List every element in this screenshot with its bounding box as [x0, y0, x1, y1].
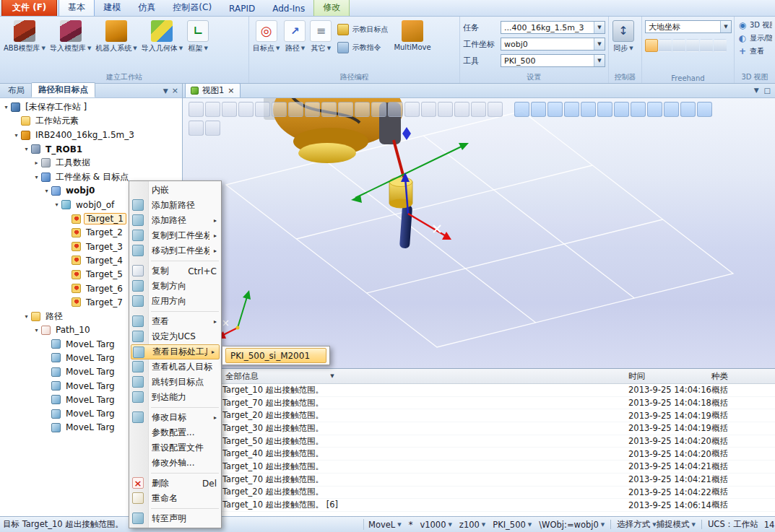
tree-expander-icon[interactable]: ▾: [33, 327, 40, 333]
menu-item-view-robot-at-target[interactable]: 查看机器人目标: [129, 359, 221, 375]
coordinate-system-combobox[interactable]: 大地坐标 ▼: [645, 20, 732, 33]
menu-item-modify-external-axis[interactable]: 修改外轴...: [129, 455, 221, 471]
log-row[interactable]: Target_50 超出接触范围。2013-9-25 14:04:20概括: [183, 435, 775, 448]
log-filter-combobox[interactable]: 全部信息 ▼: [223, 370, 337, 383]
teach-instruction-button[interactable]: 示教指令: [336, 41, 389, 54]
submenu-item-tool-pki-500[interactable]: PKI_500_si_M2001: [225, 348, 326, 363]
selection-mode-dropdown[interactable]: 选择方式 ▼: [617, 519, 656, 530]
wireframe-view-icon[interactable]: [189, 121, 204, 136]
select-path-icon[interactable]: [321, 102, 337, 117]
abb-library-button[interactable]: ABB模型库▼: [1, 17, 48, 54]
snap-local-origin-icon[interactable]: [438, 102, 453, 117]
ribbon-tab-7[interactable]: 修改: [313, 0, 350, 16]
menu-item-reachability[interactable]: 到达能力: [129, 390, 221, 405]
import-geometry-button[interactable]: 导入几何体▼: [139, 17, 185, 54]
tree-item-station-elements[interactable]: 工作站元素: [0, 114, 182, 128]
zoom-out-icon[interactable]: [597, 102, 612, 117]
ribbon-tab-3[interactable]: 仿真: [129, 0, 164, 16]
sync-button[interactable]: 同步▼: [610, 17, 636, 54]
task-combobox[interactable]: ...400_16kg_1.5m_3▼: [501, 21, 605, 34]
hand-jog-tool-icon[interactable]: [714, 39, 727, 52]
menu-item-add-new-path[interactable]: 添加新路径: [129, 198, 221, 213]
measure-angle-icon[interactable]: [488, 102, 503, 117]
pan-view-icon[interactable]: [680, 102, 696, 117]
ribbon-tab-6[interactable]: Add-Ins: [264, 1, 313, 16]
selection-level-icon[interactable]: [514, 102, 529, 117]
menu-item-copy[interactable]: 复制Ctrl+C: [129, 263, 221, 279]
tree-expander-icon[interactable]: ▾: [53, 201, 61, 208]
select-target-icon[interactable]: [305, 102, 320, 117]
instruction-segment-5[interactable]: \WObj:=wobj0▼: [539, 520, 605, 530]
view3d-button[interactable]: 3D 视图: [737, 20, 772, 30]
view-close-icon[interactable]: ×: [228, 86, 234, 95]
freehand-move-icon[interactable]: [531, 102, 546, 117]
menu-item-copy-orientation[interactable]: 复制方向: [129, 279, 221, 294]
frame-button[interactable]: 框架▼: [185, 17, 211, 54]
maximize-view-icon[interactable]: □: [764, 87, 771, 95]
target-button[interactable]: 目标点▼: [251, 17, 282, 54]
column-header-category[interactable]: 种类: [711, 371, 728, 382]
tree-item-station[interactable]: ▾[未保存工作站 ]: [0, 100, 182, 114]
select-group-icon[interactable]: [288, 102, 303, 117]
ribbon-tab-4[interactable]: 控制器(C): [164, 0, 220, 16]
menu-item-view[interactable]: 查看▸: [129, 314, 221, 329]
robot-system-button[interactable]: 机器人系统▼: [93, 17, 139, 54]
view-center-icon[interactable]: [564, 102, 579, 117]
import-library-button[interactable]: 导入模型库▼: [48, 17, 93, 54]
menu-item-configurations[interactable]: 参数配置...: [129, 425, 221, 440]
snap-edge-icon[interactable]: [404, 102, 420, 117]
tree-expander-icon[interactable]: ▾: [22, 146, 30, 152]
path-button[interactable]: 路径▼: [282, 17, 308, 54]
menu-item-embed[interactable]: 内嵌: [129, 183, 221, 198]
snap-center-icon[interactable]: [355, 102, 370, 117]
snap-mode-dropdown[interactable]: 捕捉模式 ▼: [657, 519, 696, 530]
import-geometry-icon[interactable]: [189, 102, 204, 117]
workobject-combobox[interactable]: wobj0▼: [501, 38, 605, 51]
log-row[interactable]: Target_10 超出接触范围。 [6]2013-9-25 14:06:14概…: [183, 499, 775, 512]
jog-joint-tool-icon[interactable]: [672, 39, 685, 52]
view-list-icon[interactable]: ▼: [754, 87, 759, 95]
tab-layout[interactable]: 布局: [1, 84, 31, 97]
tree-expander-icon[interactable]: ▸: [33, 160, 40, 166]
menu-item-reset-configuration[interactable]: 重设配置文件: [129, 440, 221, 455]
log-row[interactable]: Target_20 超出接触范围。2013-9-25 14:04:22概括: [183, 487, 775, 500]
ribbon-tab-2[interactable]: 建模: [95, 0, 129, 16]
tree-expander-icon[interactable]: ▾: [12, 132, 20, 139]
tree-item-tooldata[interactable]: ▸工具数据: [0, 156, 182, 170]
reorient-tool-icon[interactable]: [700, 39, 713, 52]
instruction-segment-0[interactable]: MoveL▼: [368, 520, 402, 530]
tool-combobox[interactable]: PKI_500▼: [501, 54, 605, 67]
panel-close-icon[interactable]: ×: [172, 86, 178, 95]
ribbon-tab-5[interactable]: RAPID: [220, 1, 264, 16]
select-surface-icon[interactable]: [238, 102, 254, 117]
multimove-button[interactable]: MultiMove: [391, 17, 433, 52]
menu-item-rename[interactable]: 重命名: [129, 491, 221, 506]
select-body-icon[interactable]: [255, 102, 270, 117]
look-at-button[interactable]: 查看: [737, 46, 772, 56]
view-front-icon[interactable]: [631, 102, 646, 117]
tree-expander-icon[interactable]: ▾: [43, 188, 51, 194]
view-top-icon[interactable]: [647, 102, 662, 117]
log-row[interactable]: Target_70 超出接触范围。2013-9-25 14:04:18概括: [183, 397, 775, 410]
panel-menu-icon[interactable]: ▼: [163, 87, 168, 95]
snap-grid-icon[interactable]: [454, 102, 469, 117]
view-tab[interactable]: 视图1 ×: [185, 83, 241, 97]
log-row[interactable]: Target_40 超出接触范围。2013-9-25 14:04:20概括: [183, 448, 775, 461]
menu-item-add-to-path[interactable]: 添加路径▸: [129, 213, 221, 228]
menu-item-move-to-workobject[interactable]: 移动到工件坐标▸: [129, 243, 221, 258]
menu-item-set-as-ucs[interactable]: 设定为UCS: [129, 329, 221, 344]
menu-item-view-tool-at-target[interactable]: 查看目标处工具▸: [131, 344, 220, 359]
log-row[interactable]: Target_20 超出接触范围。2013-9-25 14:04:19概括: [183, 409, 775, 422]
view-all-icon[interactable]: [614, 102, 629, 117]
zoom-in-icon[interactable]: [581, 102, 596, 117]
screenshot-icon[interactable]: [205, 102, 220, 117]
file-menu-button[interactable]: 文件 (F): [1, 0, 57, 16]
tree-expander-icon[interactable]: ▾: [2, 104, 10, 110]
log-row[interactable]: Target_10 超出接触范围。2013-9-25 14:04:21概括: [183, 461, 775, 474]
ribbon-tab-1[interactable]: 基本: [59, 0, 95, 16]
rotate-tool-icon[interactable]: [659, 39, 672, 52]
instruction-segment-2[interactable]: v1000▼: [420, 520, 451, 530]
select-curve-icon[interactable]: [222, 102, 237, 117]
show-hide-button[interactable]: 显示/隐藏: [737, 33, 772, 43]
snap-end-icon[interactable]: [388, 102, 403, 117]
